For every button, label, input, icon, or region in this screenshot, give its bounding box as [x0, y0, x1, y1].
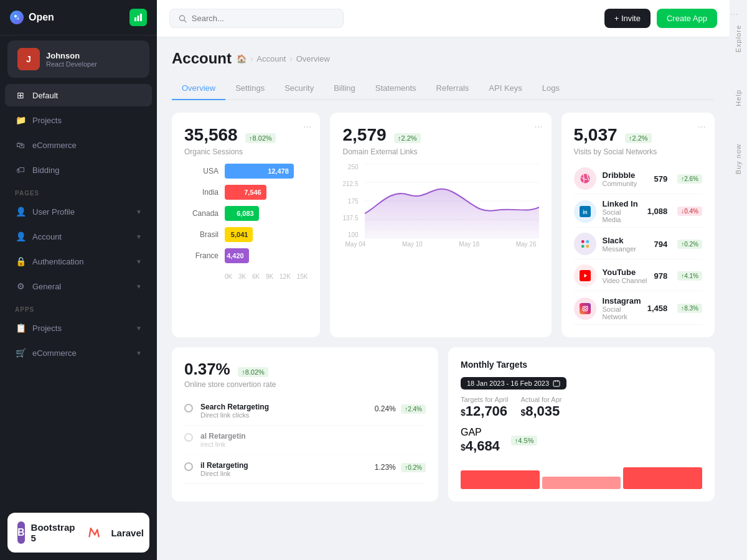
svg-point-3 [17, 17, 19, 20]
stat-badge-social: ↑2.2% [625, 133, 652, 143]
sidebar-header: Open [0, 0, 157, 35]
pages-section-label: PAGES [0, 182, 157, 199]
monthly-title: Monthly Targets [461, 360, 702, 370]
slack-type: Messanger [603, 245, 648, 253]
youtube-icon [574, 264, 596, 287]
chevron-down-icon: ▼ [136, 233, 142, 240]
bar-row-usa: USA 12,478 [184, 164, 308, 179]
monthly-card: Monthly Targets 18 Jan 2023 - 16 Feb 202… [448, 347, 715, 502]
nav-item-bidding[interactable]: 🏷 Bidding [5, 159, 152, 181]
nav-item-ecommerce[interactable]: 🛍 eCommerce [5, 134, 152, 156]
tab-settings[interactable]: Settings [225, 77, 275, 100]
chevron-down-icon: ▼ [136, 325, 142, 332]
stat-number-social: 5,037 [574, 125, 618, 144]
social-row-instagram: Instagram Social Network 1,458 ↑8.3% [574, 292, 702, 325]
bar-row-canada: Canada 6,083 [184, 206, 308, 221]
user-card[interactable]: J Johnson React Developer [7, 40, 149, 78]
nav-item-projects[interactable]: 📁 Projects [5, 109, 152, 131]
svg-line-10 [184, 20, 186, 22]
targeting-list: Search Retargeting Direct link clicks 0.… [184, 396, 426, 484]
sidebar-item-authentication[interactable]: 🔒 Authentication ▼ [5, 250, 152, 273]
buy-now-text[interactable]: Buy now [735, 144, 742, 174]
svg-point-28 [587, 306, 588, 307]
app-projects-icon: 📋 [15, 322, 26, 334]
content-area: + Invite Create App Account 🏠 › Account … [157, 0, 730, 560]
targeting-pct-3: 1.23% [375, 463, 396, 472]
invite-button[interactable]: + Invite [604, 9, 651, 28]
card-dots[interactable]: ··· [303, 121, 311, 133]
help-text[interactable]: Help [735, 90, 742, 106]
targeting-row-3: il Retargeting Direct link 1.23% ↑0.2% [184, 455, 426, 484]
youtube-count: 978 [654, 271, 668, 281]
laravel-label: Laravel [111, 528, 144, 538]
instagram-count: 1,458 [647, 304, 668, 313]
tag-icon: 🏷 [15, 164, 26, 175]
bootstrap-label: Bootstrap 5 [31, 522, 75, 543]
youtube-name: YouTube [603, 268, 648, 277]
sidebar-item-user-profile[interactable]: 👤 User Profile ▼ [5, 200, 152, 223]
chevron-down-icon: ▼ [136, 258, 142, 265]
tab-statements[interactable]: Statements [365, 77, 426, 100]
tab-referrals[interactable]: Referrals [426, 77, 479, 100]
topbar: + Invite Create App [157, 0, 730, 37]
laravel-icon [87, 521, 105, 544]
svg-rect-20 [586, 240, 589, 243]
line-chart-svg [365, 164, 539, 238]
stats-grid: ··· 35,568 ↑8.02% Organic Sessions USA 1… [172, 113, 715, 337]
sidebar-item-ecommerce-app[interactable]: 🛒 eCommerce ▼ [5, 342, 152, 364]
dribbble-icon [574, 167, 596, 190]
tab-api-keys[interactable]: API Keys [479, 77, 532, 100]
bar-chart: USA 12,478 India 7,546 Canad [184, 164, 308, 280]
bootstrap-icon: B [17, 521, 25, 544]
search-input[interactable] [192, 14, 334, 23]
bar-axis: 0K3K6K9K12K15K [184, 273, 308, 280]
sidebar-item-projects-app[interactable]: 📋 Projects ▼ [5, 317, 152, 339]
monthly-numbers: Targets for April $12,706 Actual for Apr… [461, 396, 702, 419]
chevron-down-icon: ▼ [136, 350, 142, 357]
main-content: Account 🏠 › Account › Overview Overview … [157, 37, 730, 560]
targeting-row-1: Search Retargeting Direct link clicks 0.… [184, 396, 426, 426]
targeting-badge-3: ↑0.2% [401, 463, 426, 472]
breadcrumb-account[interactable]: Account [256, 54, 286, 63]
svg-rect-19 [581, 240, 585, 243]
bar-row-brasil: Brasil 5,041 [184, 227, 308, 242]
auth-icon: 🔒 [15, 256, 26, 267]
breadcrumb-home: 🏠 [237, 54, 247, 63]
linkedin-name: Linked In [603, 199, 641, 208]
tab-overview[interactable]: Overview [172, 77, 225, 100]
main-content-wrapper: + Invite Create App Account 🏠 › Account … [157, 0, 747, 560]
tab-logs[interactable]: Logs [532, 77, 570, 100]
logo-icon [10, 11, 24, 24]
page-header: Account 🏠 › Account › Overview [172, 50, 715, 67]
tab-security[interactable]: Security [275, 77, 324, 100]
dribbble-count: 579 [654, 174, 668, 184]
sidebar: Open J Johnson React Developer ⊞ Default… [0, 0, 157, 560]
targeting-row-2: al Retargetin irect link [184, 426, 426, 455]
card-dots-3[interactable]: ··· [698, 121, 706, 133]
svg-text:J: J [26, 54, 31, 64]
conversion-card: ··· 0.37% ↑8.02% Online store convertion… [172, 347, 438, 502]
search-box[interactable] [169, 9, 344, 28]
dribbble-type: Community [603, 180, 648, 187]
account-icon: 👤 [15, 231, 26, 242]
tab-billing[interactable]: Billing [324, 77, 365, 100]
sidebar-chart-button[interactable] [129, 9, 147, 26]
create-app-button[interactable]: Create App [657, 9, 717, 28]
social-row-slack: Slack Messanger 794 ↑0.2% [574, 229, 702, 259]
card-dots-2[interactable]: ··· [534, 121, 542, 133]
breadcrumb-current: Overview [296, 54, 330, 63]
stat-card-organic: ··· 35,568 ↑8.02% Organic Sessions USA 1… [172, 113, 320, 337]
linkedin-type: Social Media [603, 208, 641, 223]
user-name: Johnson [46, 51, 97, 60]
radio-icon-2 [184, 433, 193, 442]
instagram-name: Instagram [603, 296, 641, 306]
sidebar-item-account[interactable]: 👤 Account ▼ [5, 225, 152, 248]
nav-item-default[interactable]: ⊞ Default [5, 84, 152, 106]
breadcrumb: 🏠 › Account › Overview [237, 54, 330, 63]
linkedin-icon: in [574, 200, 596, 223]
grid-icon: ⊞ [15, 90, 26, 101]
svg-rect-21 [581, 245, 585, 248]
sidebar-item-general[interactable]: ⚙ General ▼ [5, 275, 152, 297]
explore-text[interactable]: Explore [735, 25, 742, 52]
instagram-icon [574, 297, 596, 320]
